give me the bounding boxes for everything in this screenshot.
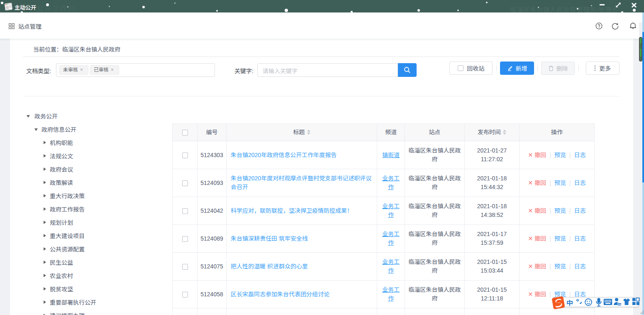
svg-text:19: 19: [618, 303, 621, 306]
